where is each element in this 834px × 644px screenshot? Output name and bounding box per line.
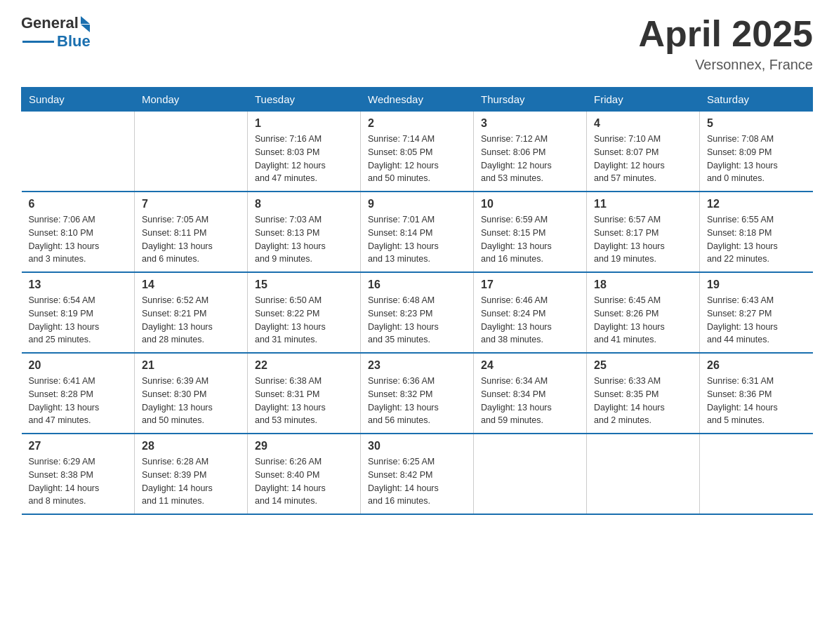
day-info: Sunrise: 7:14 AM Sunset: 8:05 PM Dayligh… xyxy=(368,133,466,185)
day-info: Sunrise: 6:41 AM Sunset: 8:28 PM Dayligh… xyxy=(29,375,128,427)
calendar-cell: 9Sunrise: 7:01 AM Sunset: 8:14 PM Daylig… xyxy=(361,192,474,272)
calendar-cell: 8Sunrise: 7:03 AM Sunset: 8:13 PM Daylig… xyxy=(248,192,361,272)
day-info: Sunrise: 6:54 AM Sunset: 8:19 PM Dayligh… xyxy=(29,294,128,347)
day-number: 4 xyxy=(594,117,692,130)
calendar-cell: 19Sunrise: 6:43 AM Sunset: 8:27 PM Dayli… xyxy=(700,272,813,353)
day-number: 19 xyxy=(707,279,806,291)
day-number: 26 xyxy=(707,359,806,372)
logo-blue-text: Blue xyxy=(57,32,91,51)
day-info: Sunrise: 7:10 AM Sunset: 8:07 PM Dayligh… xyxy=(594,133,692,185)
day-info: Sunrise: 6:26 AM Sunset: 8:40 PM Dayligh… xyxy=(255,455,353,508)
calendar-cell: 4Sunrise: 7:10 AM Sunset: 8:07 PM Daylig… xyxy=(587,112,700,192)
day-number: 21 xyxy=(142,359,240,372)
logo: General Blue xyxy=(21,14,91,51)
calendar-cell xyxy=(700,434,813,514)
calendar-week-row: 6Sunrise: 7:06 AM Sunset: 8:10 PM Daylig… xyxy=(22,192,813,272)
day-number: 16 xyxy=(368,279,466,291)
calendar-table: SundayMondayTuesdayWednesdayThursdayFrid… xyxy=(21,87,813,515)
calendar-cell: 13Sunrise: 6:54 AM Sunset: 8:19 PM Dayli… xyxy=(22,272,135,353)
day-info: Sunrise: 6:59 AM Sunset: 8:15 PM Dayligh… xyxy=(481,213,579,266)
calendar-cell: 6Sunrise: 7:06 AM Sunset: 8:10 PM Daylig… xyxy=(22,192,135,272)
day-number: 28 xyxy=(142,440,240,452)
day-info: Sunrise: 6:38 AM Sunset: 8:31 PM Dayligh… xyxy=(255,375,353,427)
logo-icon: General Blue xyxy=(21,14,91,51)
day-info: Sunrise: 6:39 AM Sunset: 8:30 PM Dayligh… xyxy=(142,375,240,427)
day-number: 10 xyxy=(481,198,579,210)
day-info: Sunrise: 6:57 AM Sunset: 8:17 PM Dayligh… xyxy=(594,213,692,266)
logo-general-text: General xyxy=(21,14,79,32)
calendar-cell: 28Sunrise: 6:28 AM Sunset: 8:39 PM Dayli… xyxy=(135,434,248,514)
calendar-cell: 21Sunrise: 6:39 AM Sunset: 8:30 PM Dayli… xyxy=(135,353,248,434)
day-number: 14 xyxy=(142,279,240,291)
day-number: 27 xyxy=(29,440,128,452)
calendar-cell: 7Sunrise: 7:05 AM Sunset: 8:11 PM Daylig… xyxy=(135,192,248,272)
day-info: Sunrise: 6:50 AM Sunset: 8:22 PM Dayligh… xyxy=(255,294,353,347)
day-info: Sunrise: 6:55 AM Sunset: 8:18 PM Dayligh… xyxy=(707,213,806,266)
day-info: Sunrise: 6:48 AM Sunset: 8:23 PM Dayligh… xyxy=(368,294,466,347)
calendar-cell: 17Sunrise: 6:46 AM Sunset: 8:24 PM Dayli… xyxy=(474,272,587,353)
page-header: General Blue April 2025 Versonnex, Franc… xyxy=(21,14,813,73)
calendar-cell: 24Sunrise: 6:34 AM Sunset: 8:34 PM Dayli… xyxy=(474,353,587,434)
calendar-cell: 18Sunrise: 6:45 AM Sunset: 8:26 PM Dayli… xyxy=(587,272,700,353)
day-info: Sunrise: 6:25 AM Sunset: 8:42 PM Dayligh… xyxy=(368,455,466,508)
day-number: 12 xyxy=(707,198,806,210)
day-number: 8 xyxy=(255,198,353,210)
day-info: Sunrise: 6:46 AM Sunset: 8:24 PM Dayligh… xyxy=(481,294,579,347)
day-number: 1 xyxy=(255,117,353,130)
day-info: Sunrise: 6:29 AM Sunset: 8:38 PM Dayligh… xyxy=(29,455,128,508)
day-info: Sunrise: 6:36 AM Sunset: 8:32 PM Dayligh… xyxy=(368,375,466,427)
calendar-cell: 23Sunrise: 6:36 AM Sunset: 8:32 PM Dayli… xyxy=(361,353,474,434)
calendar-cell xyxy=(474,434,587,514)
day-info: Sunrise: 6:34 AM Sunset: 8:34 PM Dayligh… xyxy=(481,375,579,427)
calendar-cell xyxy=(587,434,700,514)
day-number: 29 xyxy=(255,440,353,452)
day-number: 5 xyxy=(707,117,806,130)
calendar-cell: 10Sunrise: 6:59 AM Sunset: 8:15 PM Dayli… xyxy=(474,192,587,272)
day-number: 9 xyxy=(368,198,466,210)
calendar-cell: 22Sunrise: 6:38 AM Sunset: 8:31 PM Dayli… xyxy=(248,353,361,434)
day-number: 17 xyxy=(481,279,579,291)
calendar-cell: 2Sunrise: 7:14 AM Sunset: 8:05 PM Daylig… xyxy=(361,112,474,192)
calendar-cell: 26Sunrise: 6:31 AM Sunset: 8:36 PM Dayli… xyxy=(700,353,813,434)
day-number: 13 xyxy=(29,279,128,291)
day-number: 3 xyxy=(481,117,579,130)
day-info: Sunrise: 7:05 AM Sunset: 8:11 PM Dayligh… xyxy=(142,213,240,266)
day-info: Sunrise: 7:03 AM Sunset: 8:13 PM Dayligh… xyxy=(255,213,353,266)
day-number: 6 xyxy=(29,198,128,210)
calendar-cell: 15Sunrise: 6:50 AM Sunset: 8:22 PM Dayli… xyxy=(248,272,361,353)
column-header-wednesday: Wednesday xyxy=(361,88,474,112)
calendar-cell: 3Sunrise: 7:12 AM Sunset: 8:06 PM Daylig… xyxy=(474,112,587,192)
calendar-cell: 11Sunrise: 6:57 AM Sunset: 8:17 PM Dayli… xyxy=(587,192,700,272)
day-info: Sunrise: 7:16 AM Sunset: 8:03 PM Dayligh… xyxy=(255,133,353,185)
calendar-cell: 16Sunrise: 6:48 AM Sunset: 8:23 PM Dayli… xyxy=(361,272,474,353)
calendar-cell: 27Sunrise: 6:29 AM Sunset: 8:38 PM Dayli… xyxy=(22,434,135,514)
calendar-cell xyxy=(135,112,248,192)
calendar-cell: 30Sunrise: 6:25 AM Sunset: 8:42 PM Dayli… xyxy=(361,434,474,514)
column-header-thursday: Thursday xyxy=(474,88,587,112)
column-header-saturday: Saturday xyxy=(700,88,813,112)
day-number: 30 xyxy=(368,440,466,452)
calendar-week-row: 20Sunrise: 6:41 AM Sunset: 8:28 PM Dayli… xyxy=(22,353,813,434)
calendar-cell: 25Sunrise: 6:33 AM Sunset: 8:35 PM Dayli… xyxy=(587,353,700,434)
day-info: Sunrise: 6:43 AM Sunset: 8:27 PM Dayligh… xyxy=(707,294,806,347)
day-number: 24 xyxy=(481,359,579,372)
calendar-cell: 1Sunrise: 7:16 AM Sunset: 8:03 PM Daylig… xyxy=(248,112,361,192)
column-header-tuesday: Tuesday xyxy=(248,88,361,112)
column-header-friday: Friday xyxy=(587,88,700,112)
day-info: Sunrise: 6:52 AM Sunset: 8:21 PM Dayligh… xyxy=(142,294,240,347)
title-area: April 2025 Versonnex, France xyxy=(638,14,813,73)
day-info: Sunrise: 6:45 AM Sunset: 8:26 PM Dayligh… xyxy=(594,294,692,347)
day-number: 23 xyxy=(368,359,466,372)
day-info: Sunrise: 7:06 AM Sunset: 8:10 PM Dayligh… xyxy=(29,213,128,266)
calendar-cell: 12Sunrise: 6:55 AM Sunset: 8:18 PM Dayli… xyxy=(700,192,813,272)
day-info: Sunrise: 6:33 AM Sunset: 8:35 PM Dayligh… xyxy=(594,375,692,427)
column-header-monday: Monday xyxy=(135,88,248,112)
day-info: Sunrise: 7:01 AM Sunset: 8:14 PM Dayligh… xyxy=(368,213,466,266)
month-title: April 2025 xyxy=(638,14,813,54)
column-header-sunday: Sunday xyxy=(22,88,135,112)
day-number: 22 xyxy=(255,359,353,372)
day-number: 2 xyxy=(368,117,466,130)
calendar-week-row: 27Sunrise: 6:29 AM Sunset: 8:38 PM Dayli… xyxy=(22,434,813,514)
location-text: Versonnex, France xyxy=(638,57,813,73)
day-info: Sunrise: 6:28 AM Sunset: 8:39 PM Dayligh… xyxy=(142,455,240,508)
